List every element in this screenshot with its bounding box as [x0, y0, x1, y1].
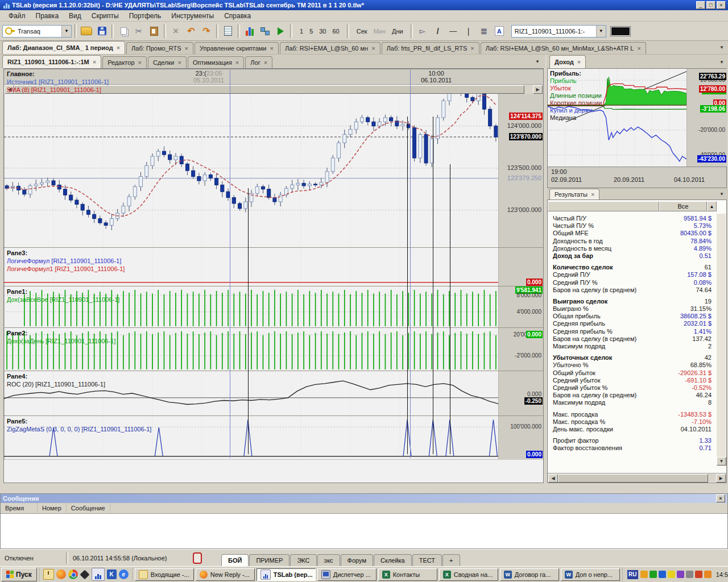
- trendline-tool-button[interactable]: [431, 24, 445, 38]
- results-vertical-scrollbar[interactable]: ▼: [717, 214, 726, 466]
- scroll-left-icon[interactable]: ◀: [5, 85, 14, 94]
- chevron-down-icon[interactable]: ▼: [596, 26, 606, 37]
- tray-icon[interactable]: [668, 571, 675, 578]
- results-row[interactable]: Чистый П/У 9581.94 $: [548, 215, 716, 222]
- scroll-right-icon[interactable]: ▶: [533, 85, 543, 94]
- results-row[interactable]: Баров на сделку (в среднем) 137.42: [548, 335, 716, 343]
- transaq-connection-select[interactable]: Transaq ▼: [2, 25, 72, 38]
- close-tab-icon[interactable]: [371, 45, 375, 52]
- menu-item[interactable]: Вид: [64, 11, 86, 21]
- close-tab-icon[interactable]: [93, 59, 96, 65]
- agent-tab[interactable]: Склейка: [374, 554, 412, 567]
- menu-item[interactable]: Файл: [3, 11, 31, 21]
- doc-tab[interactable]: RIZ1_110901_111006-1:-:1M: [2, 55, 101, 68]
- agent-tab[interactable]: ЭКС: [290, 554, 316, 567]
- income-tabs-overflow-button[interactable]: [718, 58, 726, 66]
- header-all-cell[interactable]: Все: [659, 201, 707, 211]
- open-button[interactable]: [80, 24, 93, 38]
- color-swatch[interactable]: [610, 26, 631, 36]
- pane3-plot[interactable]: [4, 248, 499, 286]
- lab-tab[interactable]: Лаб: frts_PR_fil_dif_LS_RTS: [382, 42, 479, 54]
- menu-item[interactable]: Портфель: [124, 11, 167, 21]
- results-row[interactable]: [548, 407, 716, 411]
- doc-tabs-overflow-button[interactable]: [533, 57, 544, 65]
- lab-tab[interactable]: Лаб: RSI+EMA_L@Sh_60 мн: [280, 42, 380, 54]
- chart-button[interactable]: [243, 24, 257, 38]
- close-tab-icon[interactable]: [591, 191, 594, 198]
- pane-1[interactable]: 9'581.9418'000.0004'000.000 Pane1: Дох(з…: [4, 286, 543, 327]
- maximize-button[interactable]: [706, 1, 715, 9]
- results-row[interactable]: [548, 260, 716, 264]
- tray-icon[interactable]: [677, 571, 684, 578]
- close-tab-icon[interactable]: [264, 59, 267, 66]
- task-button[interactable]: New Reply -...: [196, 568, 255, 581]
- agent-tab[interactable]: БОЙ: [221, 554, 249, 567]
- results-row[interactable]: [548, 350, 716, 354]
- time-axis[interactable]: 23:(23:05 05.10.2011 10:00 06.10.2011: [4, 69, 543, 84]
- hline-tool-button[interactable]: [446, 24, 460, 38]
- task-button[interactable]: Доп о непр...: [561, 568, 620, 581]
- record-icon[interactable]: [193, 552, 202, 564]
- scroll-right-icon[interactable]: ▶: [716, 474, 726, 483]
- results-row[interactable]: Макс. просадка -13483.53 $: [548, 411, 716, 418]
- results-horizontal-scrollbar[interactable]: ◀ ▶: [548, 473, 726, 482]
- cut-button[interactable]: [132, 24, 146, 38]
- price-axis[interactable]: 124'500.000124'114.375124'000.000123'870…: [498, 69, 543, 247]
- tray-icon[interactable]: [640, 571, 648, 578]
- task-button[interactable]: TSLab (вер...: [257, 568, 316, 581]
- close-tab-icon[interactable]: [185, 45, 188, 52]
- pane4-roc-line[interactable]: [4, 371, 499, 415]
- vline-tool-button[interactable]: [462, 24, 475, 38]
- lab-tab[interactable]: Лаб: Диапазон_Cl_SMA_ 1 период: [2, 41, 125, 54]
- candlestick-chart[interactable]: [4, 69, 499, 247]
- results-tab[interactable]: Результаты: [549, 189, 599, 199]
- results-row[interactable]: Средний убыток % -0.52%: [548, 384, 716, 392]
- menu-item[interactable]: Справка: [219, 11, 256, 21]
- close-tab-icon[interactable]: [235, 59, 239, 66]
- scroll-left-icon[interactable]: ◀: [548, 474, 558, 483]
- pane-2[interactable]: 20'000.0000.000-2'000.000 Pane2: Дохо(за…: [4, 327, 543, 371]
- results-row[interactable]: Убыточно % 68.85%: [548, 361, 716, 369]
- task-button[interactable]: Контакты: [378, 568, 437, 581]
- results-row[interactable]: Средний убыток -691.10 $: [548, 377, 716, 384]
- interval-button[interactable]: 30: [317, 27, 328, 35]
- tray-icon[interactable]: [686, 571, 693, 578]
- close-tab-icon[interactable]: [637, 45, 640, 52]
- results-row[interactable]: Убыточных сделок 42: [548, 354, 716, 361]
- scrollbar-thumb[interactable]: [558, 474, 708, 483]
- lab-tab[interactable]: Управление скриптами: [195, 42, 279, 54]
- results-row[interactable]: Средний П/У % 0.08%: [548, 279, 716, 286]
- pane-4[interactable]: 0.000-0.250 Pane4: ROC (20) [RIZ1_110901…: [4, 371, 543, 415]
- close-icon[interactable]: [716, 494, 725, 502]
- interval-button[interactable]: 1: [297, 27, 305, 35]
- pane1-histogram[interactable]: [4, 286, 499, 327]
- close-button[interactable]: [717, 1, 726, 9]
- menu-item[interactable]: Скрипты: [86, 11, 124, 21]
- delete-button[interactable]: [169, 24, 183, 38]
- quick-launch-icon[interactable]: [92, 568, 105, 581]
- quick-launch-icon[interactable]: [56, 569, 66, 579]
- quick-launch-icon[interactable]: [80, 569, 89, 579]
- agent-tab[interactable]: Форум: [341, 554, 373, 567]
- results-row[interactable]: Баров на сделку (в среднем) 74.64: [548, 286, 716, 294]
- unit-button[interactable]: Мин: [371, 27, 388, 35]
- results-row[interactable]: Количество сделок 61: [548, 264, 716, 271]
- results-row[interactable]: Общая прибыль 38608.25 $: [548, 313, 716, 320]
- pane-main[interactable]: 124'500.000124'114.375124'000.000123'870…: [4, 69, 543, 247]
- interval-button[interactable]: 60: [330, 27, 342, 35]
- column-header[interactable]: Номер: [38, 503, 67, 513]
- quick-launch-icon[interactable]: [119, 569, 129, 579]
- save-button[interactable]: [95, 24, 109, 38]
- close-tab-icon[interactable]: [138, 59, 142, 66]
- doc-tab[interactable]: Редактор: [102, 56, 147, 68]
- results-row[interactable]: Выиграно сделок 19: [548, 298, 716, 305]
- unit-button[interactable]: Дни: [390, 27, 406, 35]
- pane5-zigzag[interactable]: [4, 416, 499, 460]
- copy-button[interactable]: [117, 24, 130, 38]
- pane-3[interactable]: 0.000 Pane3: ЛогичеФормул [RIZ1_110901_1…: [4, 247, 543, 286]
- results-row[interactable]: Чистый П/У % 5.73%: [548, 222, 716, 230]
- task-button[interactable]: Диспетчер ...: [317, 568, 377, 581]
- undo-button[interactable]: [184, 24, 198, 38]
- text-tool-button[interactable]: [493, 24, 506, 38]
- quick-launch-icon[interactable]: [43, 569, 54, 580]
